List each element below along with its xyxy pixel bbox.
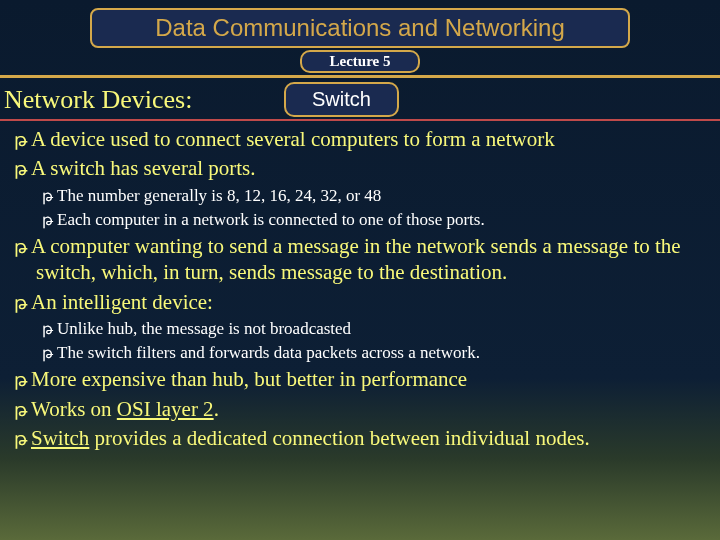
bullet-l1: թAn intelligent device: bbox=[8, 289, 712, 315]
bullet-text: An intelligent device: bbox=[31, 290, 213, 314]
link-switch[interactable]: Switch bbox=[31, 426, 89, 450]
topic-box: Switch bbox=[284, 82, 399, 117]
bullet-icon: թ bbox=[14, 159, 27, 179]
section-heading: Network Devices: bbox=[4, 85, 284, 115]
bullet-icon: թ bbox=[42, 211, 53, 228]
bullet-text: provides a dedicated connection between … bbox=[89, 426, 589, 450]
bullet-text: Each computer in a network is connected … bbox=[57, 210, 485, 229]
bullet-l2: թUnlike hub, the message is not broadcas… bbox=[8, 318, 712, 339]
bullet-l2: թThe switch filters and forwards data pa… bbox=[8, 342, 712, 363]
bullet-icon: թ bbox=[14, 293, 27, 313]
bullet-l1: թMore expensive than hub, but better in … bbox=[8, 366, 712, 392]
bullet-l2: թEach computer in a network is connected… bbox=[8, 209, 712, 230]
bullet-l1: թSwitch provides a dedicated connection … bbox=[8, 425, 712, 451]
bullet-text: A computer wanting to send a message in … bbox=[31, 234, 681, 284]
bullet-text: More expensive than hub, but better in p… bbox=[31, 367, 467, 391]
slide-title: Data Communications and Networking bbox=[90, 8, 630, 48]
bullet-text: Unlike hub, the message is not broadcast… bbox=[57, 319, 351, 338]
bullet-icon: թ bbox=[14, 370, 27, 390]
bullet-l1: թWorks on OSI layer 2. bbox=[8, 396, 712, 422]
bullet-l1: թA device used to connect several comput… bbox=[8, 126, 712, 152]
bullet-l1: թA switch has several ports. bbox=[8, 155, 712, 181]
divider-gold bbox=[0, 75, 720, 78]
bullet-l2: թThe number generally is 8, 12, 16, 24, … bbox=[8, 185, 712, 206]
bullet-l1: թA computer wanting to send a message in… bbox=[8, 233, 712, 286]
bullet-text: Works on bbox=[31, 397, 117, 421]
bullet-icon: թ bbox=[42, 320, 53, 337]
link-osi-layer-2[interactable]: OSI layer 2 bbox=[117, 397, 214, 421]
bullet-text: The number generally is 8, 12, 16, 24, 3… bbox=[57, 186, 381, 205]
bullet-icon: թ bbox=[42, 187, 53, 204]
heading-row: Network Devices: Switch bbox=[0, 82, 720, 117]
bullet-text: A device used to connect several compute… bbox=[31, 127, 555, 151]
lecture-label: Lecture 5 bbox=[300, 50, 420, 73]
bullet-icon: թ bbox=[14, 130, 27, 150]
bullet-icon: թ bbox=[14, 237, 27, 257]
bullet-icon: թ bbox=[14, 429, 27, 449]
bullet-text: A switch has several ports. bbox=[31, 156, 256, 180]
bullet-icon: թ bbox=[14, 400, 27, 420]
bullet-text: . bbox=[214, 397, 219, 421]
content-area: թA device used to connect several comput… bbox=[0, 121, 720, 451]
bullet-icon: թ bbox=[42, 344, 53, 361]
bullet-text: The switch filters and forwards data pac… bbox=[57, 343, 480, 362]
